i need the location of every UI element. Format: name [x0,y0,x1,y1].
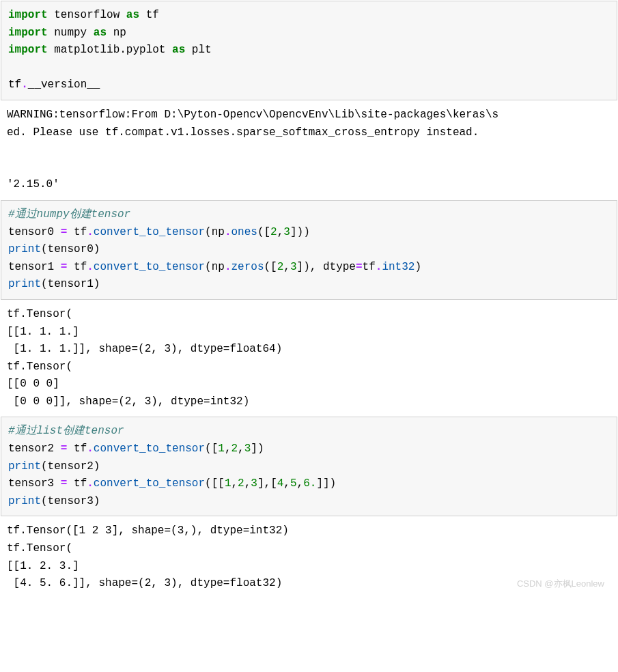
operator: = [61,261,68,273]
code-text: , [283,261,290,273]
number: 1 [218,443,225,455]
code-text: , [231,477,238,490]
code-cell-1: import tensorflow as tf import numpy as … [1,1,617,100]
number: 1 [225,477,231,490]
operator: = [61,477,68,490]
code-text: ) [415,261,421,273]
operator: = [61,226,68,238]
number: 3 [283,226,290,238]
identifier: tf [363,261,376,273]
number: 4 [277,477,284,490]
code-cell-2: #通过numpy创建tensor tensor0 = tf.convert_to… [1,200,617,300]
keyword-import: import [8,27,48,39]
code-text: , [244,477,251,490]
identifier: tensor0 [8,226,61,238]
identifier: tf [67,261,87,273]
code-text: , [297,477,304,490]
code-text: ])) [290,226,310,238]
operator: . [87,226,94,238]
identifier: tf [67,477,87,490]
function-name: convert_to_tensor [94,443,205,455]
operator: = [61,443,68,455]
attribute: __version__ [28,79,100,91]
number: 3 [244,443,251,455]
alias: plt [185,44,211,56]
keyword-import: import [8,44,48,56]
output-text: tf.Tensor( [[1. 1. 1.] [1. 1. 1.]], shap… [7,308,282,408]
function-name: zeros [231,261,264,273]
alias: np [107,27,126,39]
identifier: tensor2 [8,443,61,455]
code-text: (np [205,226,225,238]
output-cell-3: tf.Tensor([1 2 3], shape=(3,), dtype=int… [0,517,618,598]
operator: . [376,261,382,273]
output-cell-2: tf.Tensor( [[1. 1. 1.] [1. 1. 1.]], shap… [0,300,618,417]
number: 2 [270,226,277,238]
comment: #通过numpy创建tensor [8,208,130,221]
keyword-as: as [126,9,139,21]
module-name: numpy [48,27,94,39]
code-text: (tensor3) [41,495,100,507]
module-name: matplotlib.pyplot [48,44,172,56]
code-text: ]), dtype [297,261,356,273]
operator: = [356,261,363,273]
operator: . [87,477,94,490]
code-text: (tensor0) [41,243,100,255]
version-output: '2.15.0' [7,178,59,191]
code-text: ([[ [205,477,225,490]
output-text: tf.Tensor([1 2 3], shape=(3,), dtype=int… [7,524,289,589]
code-text: (tensor2) [41,460,100,473]
number: 3 [290,261,297,273]
attribute: int32 [382,261,415,273]
function-name: convert_to_tensor [94,226,205,238]
operator: . [21,79,28,91]
warning-line: WARNING:tensorflow:From D:\Pyton-Opencv\… [7,109,498,121]
function-name: convert_to_tensor [94,477,205,490]
code-text: ],[ [257,477,277,490]
operator: . [87,261,94,273]
warning-line: ed. Please use tf.compat.v1.losses.spars… [7,126,479,139]
output-cell-1: WARNING:tensorflow:From D:\Pyton-Opencv\… [0,101,618,199]
function-name: ones [231,226,257,238]
identifier: tf [67,443,87,455]
code-text: (tensor1) [41,278,100,290]
function-name: print [8,495,41,507]
number: 5 [290,477,297,490]
number: 6. [303,477,316,490]
code-text: ]]) [316,477,336,490]
identifier: tf [8,79,21,91]
keyword-as: as [94,27,107,39]
identifier: tensor3 [8,477,61,490]
code-text: ([ [257,226,270,238]
identifier: tensor1 [8,261,61,273]
function-name: print [8,460,41,473]
function-name: print [8,243,41,255]
number: 2 [277,261,284,273]
code-text: , [238,443,244,455]
function-name: print [8,278,41,290]
number: 2 [231,443,238,455]
number: 2 [238,477,244,490]
code-text: , [283,477,290,490]
code-text: , [225,443,231,455]
code-text: ]) [251,443,264,455]
code-text: ([ [264,261,277,273]
operator: . [225,261,231,273]
module-name: tensorflow [48,9,126,21]
code-text: (np [205,261,225,273]
function-name: convert_to_tensor [94,261,205,273]
operator: . [225,226,231,238]
number: 3 [251,477,257,490]
code-text: ([ [205,443,218,455]
operator: . [87,443,94,455]
comment: #通过list创建tensor [8,425,124,437]
keyword-import: import [8,9,48,21]
code-text: , [277,226,284,238]
identifier: tf [67,226,87,238]
alias: tf [139,9,159,21]
keyword-as: as [172,44,185,56]
code-cell-3: #通过list创建tensor tensor2 = tf.convert_to_… [1,417,617,516]
